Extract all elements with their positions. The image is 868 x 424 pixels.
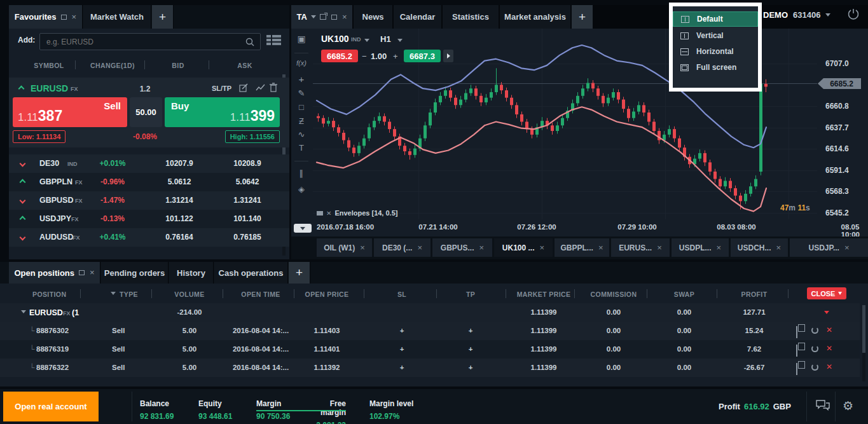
- close-position-icon[interactable]: ✕: [826, 325, 832, 334]
- chart-tab[interactable]: EURUS...×: [611, 238, 670, 257]
- fibonacci-icon[interactable]: Ƶ: [291, 116, 312, 126]
- filter-icon[interactable]: [111, 292, 116, 295]
- close-icon[interactable]: ×: [342, 14, 347, 20]
- close-position-icon[interactable]: ✕: [826, 344, 832, 353]
- wave-icon[interactable]: ∿: [291, 130, 312, 139]
- menu-item-vertical[interactable]: Vertical: [673, 28, 758, 43]
- symbol-name[interactable]: EURUSD: [31, 83, 68, 93]
- delete-icon[interactable]: [270, 83, 277, 92]
- tab-statistics[interactable]: Statistics: [443, 5, 499, 29]
- col-volume[interactable]: VOLUME: [174, 291, 204, 298]
- market-row[interactable]: AUDUSDFX +0.41% 0.76164 0.76185: [9, 228, 289, 247]
- set-sl-button[interactable]: +: [400, 345, 404, 353]
- indicators-icon[interactable]: f(x): [291, 59, 312, 67]
- volume-decrease-button[interactable]: −: [362, 51, 367, 61]
- reverse-order-icon[interactable]: [811, 345, 818, 352]
- collapse-group-icon[interactable]: [21, 310, 26, 313]
- volume-input[interactable]: 50.00: [130, 97, 162, 127]
- quick-buy-button[interactable]: 6687.3: [404, 50, 441, 62]
- col-symbol[interactable]: SYMBOL: [34, 62, 64, 69]
- col-market-price[interactable]: MARKET PRICE: [517, 291, 571, 298]
- close-icon[interactable]: ×: [90, 270, 95, 276]
- col-open-price[interactable]: OPEN PRICE: [305, 291, 349, 298]
- chart-tab[interactable]: USDJP...×: [790, 238, 868, 257]
- chat-icon[interactable]: [815, 399, 830, 412]
- tab-market-watch[interactable]: Market Watch: [83, 5, 151, 29]
- set-tp-button[interactable]: +: [469, 327, 473, 334]
- close-icon[interactable]: ×: [776, 243, 782, 252]
- symbol-search-input[interactable]: [39, 33, 261, 50]
- close-icon[interactable]: ×: [72, 14, 77, 20]
- settings-gear-icon[interactable]: ⚙: [843, 399, 853, 413]
- positions-scrollbar[interactable]: [862, 305, 865, 381]
- set-sl-button[interactable]: +: [400, 364, 404, 371]
- popout-icon[interactable]: [61, 15, 67, 20]
- chart-tab[interactable]: GBPPL...×: [555, 238, 609, 257]
- close-all-button[interactable]: CLOSE: [807, 287, 846, 299]
- expand-trade-widget-button[interactable]: [443, 50, 453, 62]
- set-tp-button[interactable]: +: [469, 345, 473, 353]
- search-icon[interactable]: [245, 38, 254, 46]
- tab-cash-operations[interactable]: Cash operations: [214, 262, 288, 284]
- chart-tab[interactable]: GBPUS...×: [432, 238, 492, 257]
- close-icon[interactable]: ×: [717, 243, 722, 252]
- open-real-account-button[interactable]: Open real account: [3, 392, 99, 421]
- col-type[interactable]: TYPE: [120, 291, 138, 298]
- col-commission[interactable]: COMMISSION: [591, 291, 637, 298]
- col-bid[interactable]: BID: [172, 62, 184, 69]
- close-icon[interactable]: ×: [598, 243, 603, 252]
- power-icon[interactable]: [847, 8, 860, 20]
- close-position-icon[interactable]: ✕: [826, 362, 832, 371]
- collapse-panel-button[interactable]: [294, 224, 312, 233]
- col-tp[interactable]: TP: [466, 291, 475, 298]
- position-row[interactable]: └ 88876319 Sell 5.00 2016-08-04 14:... 1…: [0, 340, 860, 359]
- chart-symbol[interactable]: UK100: [321, 34, 349, 44]
- add-tab-button[interactable]: +: [572, 5, 593, 29]
- tab-ta[interactable]: TA ×: [291, 5, 353, 29]
- layers-icon[interactable]: ◈: [291, 184, 312, 194]
- trend-up-icon[interactable]: [18, 86, 25, 92]
- popout-icon[interactable]: [320, 14, 326, 20]
- volume-increase-button[interactable]: +: [393, 51, 398, 61]
- close-icon[interactable]: ×: [360, 243, 365, 252]
- tab-market-analysis[interactable]: Market analysis: [500, 5, 571, 29]
- col-position[interactable]: POSITION: [32, 291, 66, 298]
- indicator-legend[interactable]: ✕ Envelopes [14, 0.5]: [317, 209, 397, 217]
- menu-item-fullscreen[interactable]: Full screen: [673, 60, 758, 75]
- market-row[interactable]: GBPUSDFX -1.47% 1.31214 1.31241: [9, 191, 289, 210]
- account-selector[interactable]: DEMO 631406: [763, 6, 839, 23]
- col-open-time[interactable]: OPEN TIME: [241, 291, 280, 298]
- close-icon[interactable]: ×: [479, 243, 485, 252]
- indicator-remove-icon[interactable]: ✕: [326, 210, 331, 217]
- sltp-label[interactable]: SL/TP: [212, 85, 231, 92]
- popout-icon[interactable]: [79, 270, 85, 275]
- position-row[interactable]: └ 88876322 Sell 5.00 2016-08-04 14:... 1…: [0, 359, 860, 377]
- duplicate-order-icon[interactable]: [796, 345, 797, 357]
- quick-sell-button[interactable]: 6685.2: [321, 50, 358, 62]
- chart-tab[interactable]: DE30 (...×: [374, 238, 431, 257]
- close-icon[interactable]: ×: [540, 243, 545, 252]
- reverse-order-icon[interactable]: [811, 327, 818, 334]
- position-row[interactable]: └ 88876302 Sell 5.00 2016-08-04 14:... 1…: [0, 322, 860, 340]
- close-icon[interactable]: ×: [844, 243, 850, 252]
- col-sl[interactable]: SL: [397, 291, 406, 298]
- close-icon[interactable]: ×: [657, 243, 662, 252]
- position-group-row[interactable]: EURUSD FX (1 -214.00 1.11399 0.00 0.00 1…: [0, 303, 860, 322]
- crosshair-icon[interactable]: +: [291, 74, 312, 85]
- col-swap[interactable]: SWAP: [674, 291, 695, 298]
- reverse-order-icon[interactable]: [811, 364, 818, 371]
- compare-icon[interactable]: ∥: [291, 168, 312, 178]
- open-chart-icon[interactable]: [256, 84, 265, 92]
- tab-favourites[interactable]: Favourites ×: [9, 5, 83, 29]
- set-tp-button[interactable]: +: [469, 364, 473, 371]
- quick-volume[interactable]: 1.00: [371, 51, 387, 61]
- menu-item-horizontal[interactable]: Horizontal: [673, 44, 758, 59]
- col-change[interactable]: CHANGE(1D): [90, 62, 135, 69]
- set-sl-button[interactable]: +: [400, 327, 404, 334]
- list-view-icon[interactable]: [266, 35, 283, 48]
- market-row[interactable]: GBPPLNFX -0.96% 5.0612 5.0642: [9, 173, 289, 191]
- edit-order-icon[interactable]: [239, 83, 248, 92]
- duplicate-order-icon[interactable]: [796, 363, 797, 375]
- col-profit[interactable]: PROFIT: [741, 291, 768, 298]
- add-tab-button[interactable]: +: [289, 262, 310, 284]
